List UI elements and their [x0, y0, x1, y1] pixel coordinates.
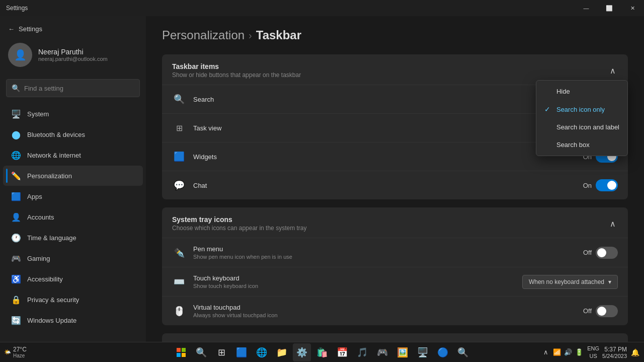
weather-info: 27°C Haze — [13, 346, 27, 358]
sidebar-item-label: Accessibility — [27, 275, 63, 283]
taskbar-items-collapse-button[interactable]: ∧ — [608, 64, 618, 78]
file-explorer-button[interactable]: 📁 — [273, 343, 291, 361]
task-view-taskbar-button[interactable]: ⊞ — [212, 343, 230, 361]
taskbar: 🌤️ 27°C Haze 🔍 ⊞ 🟦 🌐 — [0, 342, 644, 362]
touch-keyboard-chevron-icon: ▾ — [608, 278, 611, 285]
dropdown-item-search-icon-only[interactable]: ✓ Search icon only — [536, 100, 627, 118]
dropdown-item-search-box[interactable]: Search box — [536, 136, 627, 154]
search-icon-only-check: ✓ — [544, 105, 552, 113]
widgets-taskbar-button[interactable]: 🟦 — [232, 343, 251, 361]
close-button[interactable]: ✕ — [621, 0, 644, 16]
music-button[interactable]: 🎵 — [353, 343, 371, 361]
virtual-touchpad-toggle-thumb — [597, 307, 606, 316]
clock[interactable]: 5:37 PM 5/24/2023 — [602, 346, 627, 359]
settings-taskbar-button[interactable]: ⚙️ — [293, 343, 311, 361]
search-icon-label-label: Search icon and label — [556, 123, 619, 131]
weather-icon: 🌤️ — [4, 349, 11, 355]
back-arrow-icon: ← — [8, 25, 15, 33]
apps-icon: 🟦 — [11, 191, 21, 201]
language-display[interactable]: ENG US — [587, 345, 599, 359]
search-input[interactable] — [24, 85, 134, 92]
breadcrumb-parent[interactable]: Personalization — [162, 28, 245, 42]
sidebar-item-bluetooth[interactable]: ⬤ Bluetooth & devices — [3, 124, 143, 144]
widgets-taskbar-icon: 🟦 — [236, 347, 247, 358]
dropdown-item-search-icon-label[interactable]: Search icon and label — [536, 118, 627, 136]
search-box[interactable]: 🔍 — [6, 79, 140, 97]
sidebar-item-windows-update[interactable]: 🔄 Windows Update — [3, 310, 143, 330]
widgets-icon: 🟦 — [172, 150, 186, 164]
weather-widget[interactable]: 🌤️ 27°C Haze — [4, 346, 27, 358]
minimize-button[interactable]: — — [575, 0, 598, 16]
store-button[interactable]: 🛍️ — [313, 343, 331, 361]
taskbar-items-title: Taskbar items — [172, 62, 301, 70]
search-wrapper: 🔍 — [0, 75, 146, 103]
chat-control: On — [583, 179, 618, 191]
sidebar-item-system[interactable]: 🖥️ System — [3, 104, 143, 124]
svg-rect-3 — [182, 353, 186, 357]
store-icon: 🛍️ — [316, 347, 328, 358]
sidebar-item-label: Network & internet — [27, 152, 81, 159]
search-setting-icon: 🔍 — [172, 92, 186, 106]
music-icon: 🎵 — [357, 347, 368, 358]
virtual-touchpad-row: 🖱️ Virtual touchpad Always show virtual … — [162, 297, 628, 325]
touch-keyboard-label: Touch keyboard — [193, 274, 515, 282]
sidebar-item-privacy[interactable]: 🔒 Privacy & security — [3, 289, 143, 310]
search-taskbar-button[interactable]: 🔍 — [192, 343, 210, 361]
sidebar-item-personalization[interactable]: ✏️ Personalization — [3, 166, 143, 186]
sidebar-item-accessibility[interactable]: ♿ Accessibility — [3, 269, 143, 289]
user-name: Neeraj Paruthi — [38, 48, 108, 56]
chat-icon: 💬 — [172, 178, 186, 192]
main-content: Personalization › Taskbar Taskbar items … — [146, 16, 644, 342]
back-button[interactable]: ← Settings — [0, 21, 146, 37]
sidebar-item-label: Accounts — [27, 213, 54, 221]
chrome-button[interactable]: 🔵 — [434, 343, 452, 361]
sidebar-item-gaming[interactable]: 🎮 Gaming — [3, 248, 143, 268]
tray-volume-icon[interactable]: 🔊 — [563, 347, 573, 357]
google-button[interactable]: 🔍 — [454, 343, 472, 361]
tray-chevron[interactable]: ∧ — [541, 347, 551, 357]
system-tray-collapse-button[interactable]: ∧ — [608, 217, 618, 231]
sidebar-item-label: Apps — [27, 193, 42, 200]
weather-temp: 27°C — [13, 346, 27, 353]
virtual-touchpad-sublabel: Always show virtual touchpad icon — [193, 312, 576, 318]
accessibility-icon: ♿ — [11, 274, 21, 284]
pc-manager-button[interactable]: 🖥️ — [414, 343, 432, 361]
system-tray-subtitle: Choose which icons can appear in the sys… — [172, 225, 306, 232]
avatar: 👤 — [8, 43, 32, 67]
touch-keyboard-dropdown[interactable]: When no keyboard attached ▾ — [522, 275, 618, 289]
virtual-touchpad-icon: 🖱️ — [172, 304, 186, 318]
lang-line2: US — [587, 352, 599, 359]
app-title: Settings — [6, 5, 28, 12]
titlebar: Settings — ⬜ ✕ — [0, 0, 644, 16]
sidebar-item-time[interactable]: 🕐 Time & language — [3, 228, 143, 248]
search-icon-only-label: Search icon only — [556, 106, 605, 113]
photos-button[interactable]: 🖼️ — [393, 343, 412, 361]
search-box-label: Search box — [556, 141, 590, 149]
notification-icon[interactable]: 🔔 — [630, 347, 640, 357]
chat-toggle[interactable] — [596, 179, 618, 191]
taskbar-center: 🔍 ⊞ 🟦 🌐 📁 ⚙️ 🛍️ 📅 🎵 🎮 🖼️ — [172, 343, 472, 361]
dropdown-item-hide[interactable]: Hide — [536, 83, 627, 100]
edge-browser-button[interactable]: 🌐 — [253, 343, 271, 361]
app-window: ← Settings 👤 Neeraj Paruthi neeraj.parut… — [0, 16, 644, 342]
settings-taskbar-icon: ⚙️ — [296, 347, 307, 358]
tray-battery-icon[interactable]: 🔋 — [574, 347, 584, 357]
pen-menu-sublabel: Show pen menu icon when pen is in use — [193, 254, 576, 260]
section-title-group: Taskbar items Show or hide buttons that … — [172, 62, 301, 79]
virtual-touchpad-toggle[interactable] — [596, 305, 618, 317]
calendar-button[interactable]: 📅 — [333, 343, 351, 361]
sidebar-item-apps[interactable]: 🟦 Apps — [3, 186, 143, 206]
sidebar-item-accounts[interactable]: 👤 Accounts — [3, 207, 143, 227]
file-explorer-icon: 📁 — [276, 347, 287, 358]
sidebar-item-network[interactable]: 🌐 Network & internet — [3, 145, 143, 165]
xbox-button[interactable]: 🎮 — [373, 343, 391, 361]
touch-keyboard-icon: ⌨️ — [172, 275, 186, 289]
start-button[interactable] — [172, 343, 190, 361]
network-icon: 🌐 — [11, 150, 21, 160]
touch-keyboard-control[interactable]: When no keyboard attached ▾ — [522, 275, 618, 289]
pen-menu-toggle[interactable] — [596, 247, 618, 259]
virtual-touchpad-label: Virtual touchpad — [193, 304, 576, 311]
tray-network-icon[interactable]: 📶 — [552, 347, 562, 357]
maximize-button[interactable]: ⬜ — [598, 0, 621, 16]
user-profile[interactable]: 👤 Neeraj Paruthi neeraj.paruthi@outlook.… — [0, 37, 146, 75]
